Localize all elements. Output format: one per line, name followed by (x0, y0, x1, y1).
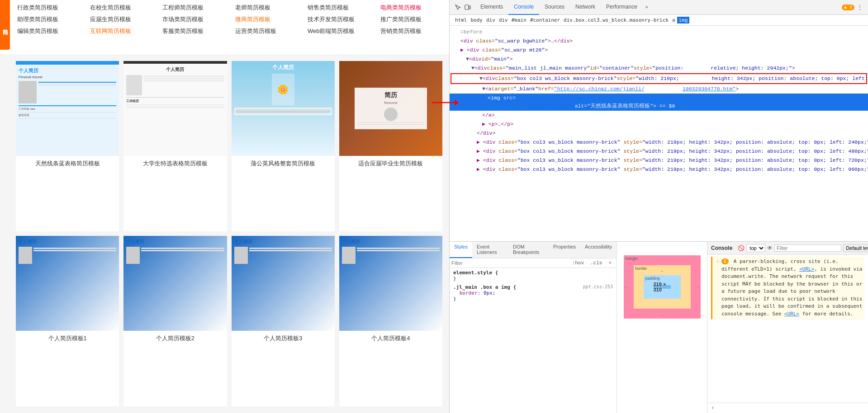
breadcrumb-item[interactable]: body (469, 17, 485, 23)
hov-button[interactable]: :hov (569, 259, 587, 267)
gallery-item[interactable]: 个人简历 Personal resume 工作经验 ●●● 教育背景 天然线条蓝… (16, 61, 119, 231)
nav-link[interactable]: 技术开发简历模板 (304, 14, 377, 25)
nav-link[interactable]: 微商简历模板 (232, 14, 304, 25)
dom-line[interactable]: ▼ <div id="main"> (450, 55, 868, 64)
device-icon[interactable] (463, 3, 472, 12)
breadcrumb-item[interactable]: div.box.col3.ws_block.masonry-brick (562, 17, 670, 23)
nav-link[interactable]: 行政类简历模板 (14, 2, 86, 14)
breadcrumb-item[interactable]: div (497, 17, 510, 23)
console-prompt-input[interactable] (717, 405, 864, 411)
cursor-icon[interactable] (453, 3, 462, 12)
devtools-toolbar: Elements Console Sources Network Perform… (450, 0, 868, 15)
console-context-select[interactable]: top (746, 244, 765, 252)
more-tabs-button[interactable]: » (643, 0, 651, 15)
breadcrumb-item[interactable]: img (677, 17, 690, 23)
console-eye-icon[interactable]: 👁 (767, 244, 773, 253)
cls-button[interactable]: .cls (587, 259, 605, 267)
nav-link[interactable]: 营销类简历模板 (377, 25, 450, 37)
breadcrumb-item[interactable]: html (453, 17, 469, 23)
console-level-select[interactable]: Default levels ▼ (843, 244, 868, 252)
devtools-panel: Elements Console Sources Network Perform… (449, 0, 868, 413)
url-link-1[interactable]: <URL> (799, 266, 814, 272)
breadcrumb-item[interactable]: div (484, 17, 497, 23)
breadcrumb-item[interactable]: #container (528, 17, 562, 23)
nav-link[interactable]: 客服类简历模板 (159, 25, 232, 37)
warning-icon: ⚠ (714, 258, 721, 264)
tab-sources[interactable]: Sources (539, 0, 570, 15)
console-panel: Console 🚫 top 👁 Default levels ▼ 4 hidde… (707, 242, 868, 413)
dom-line[interactable]: ▼ <div class="box col3 ws_block masonry-… (451, 73, 867, 84)
gallery-img: 个人简历 (123, 236, 227, 331)
gallery-label: 蒲公英风格整套简历模板 (232, 156, 335, 171)
console-filter-input[interactable] (774, 244, 841, 252)
tab-elements[interactable]: Elements (475, 0, 508, 15)
console-message-text: 6 A parser-blocking, cross site (i.e. di… (721, 258, 864, 318)
css-rule-jl-main: .jl_main .box a img { ppt.css:253 border… (453, 284, 613, 302)
dom-line[interactable]: </a> (450, 111, 868, 120)
nav-link[interactable]: 老师简历模板 (232, 2, 304, 14)
dom-line[interactable]: ▶ <div class="box col3 ws_block masonry-… (450, 165, 868, 174)
gallery-img: 个人简历 (339, 236, 442, 331)
nav-link[interactable]: 销售类简历模板 (304, 2, 377, 14)
tab-dom-breakpoints[interactable]: DOM Breakpoints (508, 242, 549, 258)
tab-accessibility[interactable]: Accessibility (580, 242, 617, 258)
tab-event-listeners[interactable]: Event Listeners (472, 242, 508, 258)
nav-link[interactable]: 市场类简历模板 (159, 14, 232, 25)
console-content: ⚠ 6 A parser-blocking, cross site (i.e. … (707, 255, 868, 403)
tab-network[interactable]: Network (570, 0, 601, 15)
gallery-img: 简历 Resume (339, 61, 442, 156)
nav-link[interactable]: 应届生简历模板 (86, 14, 159, 25)
devtools-right-icons: ▲ 6 ⋮ (840, 3, 864, 12)
nav-link[interactable]: 电商类简历模板 (377, 2, 450, 14)
gallery-item[interactable]: 个人简历 工作经历 大学生特选表格简历模板 (123, 61, 227, 231)
console-clear-icon[interactable]: 🚫 (738, 244, 745, 253)
nav-link[interactable]: Web前端简历模板 (304, 25, 377, 37)
dom-line[interactable]: ▶ <div class="box col3 ws_block masonry-… (450, 156, 868, 165)
dom-line[interactable]: ▼ <a target="_blank" href="http://sc.chi… (450, 84, 868, 94)
tab-properties[interactable]: Properties (549, 242, 580, 258)
url-link-2[interactable]: <URL> (784, 311, 799, 317)
tab-styles[interactable]: Styles (450, 242, 472, 258)
settings-icon[interactable]: ⋮ (855, 3, 864, 12)
breadcrumb-item[interactable]: a (670, 17, 677, 23)
dom-line[interactable]: ▶ <div class="box col3 ws_block masonry-… (450, 138, 868, 147)
resume-preview: 个人简历 (232, 236, 335, 331)
dom-line[interactable]: ▶ <div class="sc_warp mt20"> (450, 46, 868, 55)
tab-console[interactable]: Console (508, 0, 539, 15)
gallery-item[interactable]: 个人简历 个人简历模板3 (232, 236, 335, 406)
nav-link[interactable]: 互联网简历模板 (86, 25, 159, 37)
dom-line[interactable]: ▼ <div class="main_list jl_main masonry"… (450, 64, 868, 73)
console-warning-entry: ⚠ 6 A parser-blocking, cross site (i.e. … (711, 257, 864, 319)
tab-performance[interactable]: Performance (601, 0, 643, 15)
gallery-item[interactable]: 个人简历 🌼 蒲公英风格整套简历模板 (232, 61, 335, 231)
nav-link[interactable]: 工程师简历模板 (159, 2, 232, 14)
gallery-item[interactable]: 个人简历 个人简历模板2 (123, 236, 227, 406)
gallery-img: 个人简历 (232, 236, 335, 331)
dom-line[interactable]: <div class="sc_warp bgwhite">…</div> (450, 37, 868, 46)
dom-line[interactable]: ∷before (450, 28, 868, 37)
css-rule-element-style: element.style { } (453, 270, 613, 282)
gallery-img: 个人简历 (16, 236, 119, 331)
box-model-size: 219 × 310 (654, 282, 671, 292)
dom-line[interactable]: ▶ <p>…</p> (450, 120, 868, 129)
dom-line[interactable]: ▶ <div class="box col3 ws_block masonry-… (450, 147, 868, 156)
nav-link[interactable]: 助理类简历模板 (14, 14, 86, 25)
styles-filter-input[interactable] (451, 260, 569, 266)
nav-link[interactable]: 编辑类简历模板 (14, 25, 86, 37)
dom-tree[interactable]: ∷before<div class="sc_warp bgwhite">…</d… (450, 26, 868, 241)
box-model-panel: margin border padding 219 × 310 – – – (617, 242, 707, 413)
dom-line[interactable]: </div> (450, 129, 868, 138)
breadcrumb-item[interactable]: #main (510, 17, 528, 23)
add-style-button[interactable]: + (605, 259, 615, 267)
console-title: Console (711, 245, 732, 251)
gallery-item[interactable]: 个人简历 个人简历模板4 (339, 236, 442, 406)
nav-link[interactable]: 在校生简历模板 (86, 2, 159, 14)
nav-link[interactable]: 推广类简历模板 (377, 14, 450, 25)
styles-content: element.style { } .jl_main .box a img { … (450, 268, 617, 413)
dom-line[interactable]: <img src="http://pic2.sc.chinaz.com/File… (450, 94, 868, 111)
gallery-img: 个人简历 🌼 (232, 61, 335, 156)
gallery-item[interactable]: 个人简历 个人简历模板1 (16, 236, 119, 406)
nav-link[interactable]: 运营类简历模板 (232, 25, 304, 37)
styles-panel: Styles Event Listeners DOM Breakpoints P… (450, 242, 617, 413)
gallery-item[interactable]: 简历 Resume 适合应届毕业生简历模板 (339, 61, 442, 231)
